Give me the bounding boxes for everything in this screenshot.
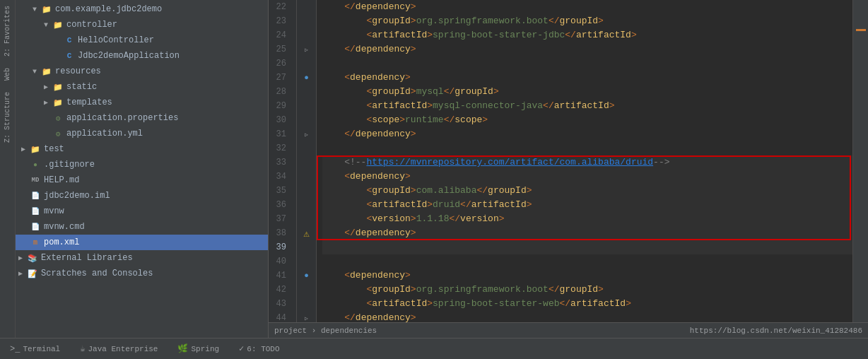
arrow-controller: ▼ xyxy=(44,21,52,29)
gutter-33 xyxy=(297,155,316,170)
tab-terminal[interactable]: >_ Terminal xyxy=(6,343,64,355)
tree-item-scratches[interactable]: ▶ 📝 Scratches and Consoles xyxy=(16,266,268,281)
arrow-gitignore xyxy=(21,161,30,169)
status-url: https://blog.csdn.net/weixin_41282486 xyxy=(690,326,862,335)
tree-item-gitignore[interactable]: ● .gitignore xyxy=(16,157,268,172)
tree-item-hello-controller[interactable]: C HelloController xyxy=(16,33,268,48)
bracket-22-open: </ xyxy=(344,0,356,14)
linenum-34: 34 xyxy=(269,170,291,184)
java-enterprise-label: Java Enterprise xyxy=(88,345,158,353)
label-scratches: Scratches and Consoles xyxy=(41,269,153,278)
tag-22: dependency xyxy=(356,0,411,14)
tree-item-help-md[interactable]: MD HELP.md xyxy=(16,172,268,188)
gutter-27: ● xyxy=(297,71,316,85)
vcs-icon-41: ● xyxy=(304,271,309,280)
structure-label[interactable]: Z: Structure xyxy=(2,86,13,148)
bottom-toolbar: >_ Terminal ☕ Java Enterprise 🌿 Spring ✓… xyxy=(0,338,868,359)
tree-item-iml[interactable]: 📄 jdbc2demo.iml xyxy=(16,188,268,204)
xml-icon-pom: m xyxy=(30,237,41,248)
line-numbers: 22 23 24 25 26 27 28 29 30 31 32 33 34 3… xyxy=(269,0,297,322)
label-hello-controller: HelloController xyxy=(78,35,154,45)
gutter-30 xyxy=(297,113,316,127)
linenum-42: 42 xyxy=(269,283,291,297)
tab-todo[interactable]: ✓ 6: TODO xyxy=(235,342,283,355)
label-test: test xyxy=(44,144,64,154)
tree-item-app-properties[interactable]: ⚙ application.properties xyxy=(16,110,268,126)
tree-item-pom-xml[interactable]: m pom.xml xyxy=(16,235,268,250)
arrow-app-props xyxy=(44,114,52,122)
gutter-36 xyxy=(297,198,316,212)
code-line-32 xyxy=(322,141,852,155)
arrow-mvnw xyxy=(21,208,30,216)
tree-item-resources[interactable]: ▼ 📁 resources xyxy=(16,64,268,79)
tree-item-mvnw[interactable]: 📄 mvnw xyxy=(16,204,268,219)
code-line-39 xyxy=(322,240,852,254)
tab-java-enterprise[interactable]: ☕ Java Enterprise xyxy=(76,342,162,355)
favorites-label[interactable]: 2: Favorites xyxy=(2,0,13,62)
web-label[interactable]: Web xyxy=(2,62,13,86)
label-mvnw-cmd: mvnw.cmd xyxy=(44,222,85,232)
code-line-27: <dependency> xyxy=(322,71,852,85)
linenum-25: 25 xyxy=(269,42,291,57)
gutter-26 xyxy=(297,57,316,71)
mvnw-icon: 📄 xyxy=(30,206,41,217)
code-line-33: <!-- https://mvnrepository.com/artifact/… xyxy=(322,155,852,170)
tree-item-static[interactable]: ▶ 📁 static xyxy=(16,79,268,95)
fold-31[interactable]: ▷ xyxy=(305,131,308,138)
tree-item-app-yml[interactable]: ⚙ application.yml xyxy=(16,126,268,141)
code-container: 22 23 24 25 26 27 28 29 30 31 32 33 34 3… xyxy=(269,0,868,322)
tree-item-jdbc2demo-app[interactable]: C Jdbc2demoApplication xyxy=(16,48,268,64)
spring-label: Spring xyxy=(191,345,219,353)
arrow-mvnw-cmd xyxy=(21,223,30,231)
fold-25[interactable]: ▷ xyxy=(305,47,308,53)
code-line-42: <groupId>org.springframework.boot</group… xyxy=(322,283,852,297)
tree-item-templates[interactable]: ▶ 📁 templates xyxy=(16,95,268,110)
gutter-22 xyxy=(297,0,316,14)
label-help-md: HELP.md xyxy=(44,175,79,185)
gutter-39 xyxy=(297,240,316,254)
arrow-static: ▶ xyxy=(44,83,52,91)
code-line-23: <groupId>org.springframework.boot</group… xyxy=(322,14,852,28)
folder-icon-resources: 📁 xyxy=(41,66,52,77)
folder-icon-controller: 📁 xyxy=(52,19,64,30)
folder-icon-com-example: 📁 xyxy=(41,4,52,15)
code-line-28: <groupId>mysql</groupId> xyxy=(322,85,852,99)
code-editor[interactable]: </dependency> <groupId>org.springframewo… xyxy=(317,0,852,322)
folder-icon-templates: 📁 xyxy=(52,97,64,108)
linenum-27: 27 xyxy=(269,71,291,85)
tree-item-test[interactable]: ▶ 📁 test xyxy=(16,141,268,157)
tree-item-controller[interactable]: ▼ 📁 controller xyxy=(16,17,268,33)
tab-spring[interactable]: 🌿 Spring xyxy=(173,342,223,355)
java-icon-jdbc2: C xyxy=(64,50,75,61)
gutter-37 xyxy=(297,212,316,226)
arrow-ext-libs: ▶ xyxy=(18,254,27,262)
code-line-44: </dependency> xyxy=(322,311,852,322)
linenum-30: 30 xyxy=(269,113,291,127)
label-templates: templates xyxy=(66,98,112,107)
gutter-34 xyxy=(297,170,316,184)
gutter-43 xyxy=(297,297,316,311)
link-33[interactable]: https://mvnrepository.com/artifact/com.a… xyxy=(366,155,653,170)
arrow-pom xyxy=(21,239,30,247)
linenum-23: 23 xyxy=(269,14,291,28)
label-pom-xml: pom.xml xyxy=(44,237,79,247)
linenum-44: 44 xyxy=(269,311,291,322)
tree-item-com-example[interactable]: ▼ 📁 com.example.jdbc2demo xyxy=(16,1,268,17)
label-controller: controller xyxy=(66,20,117,30)
gutter-24 xyxy=(297,28,316,42)
linenum-24: 24 xyxy=(269,28,291,42)
gitignore-icon: ● xyxy=(30,159,41,170)
label-app-properties: application.properties xyxy=(66,113,178,123)
gutter-38: ⚠ xyxy=(297,226,316,240)
linenum-35: 35 xyxy=(269,184,291,198)
tree-item-external-libs[interactable]: ▶ 📚 External Libraries xyxy=(16,250,268,266)
right-sidebar-strip xyxy=(852,0,868,322)
arrow-app-yml xyxy=(44,130,52,138)
label-jdbc2demo-app: Jdbc2demoApplication xyxy=(78,51,180,61)
scrollbar-marker xyxy=(856,29,866,31)
tree-item-mvnw-cmd[interactable]: 📄 mvnw.cmd xyxy=(16,219,268,235)
code-line-22: </dependency> xyxy=(322,0,852,14)
properties-icon: ⚙ xyxy=(52,112,64,124)
fold-44[interactable]: ▷ xyxy=(305,315,308,322)
left-sidebar-strip: 2: Favorites Web Z: Structure xyxy=(0,0,16,338)
